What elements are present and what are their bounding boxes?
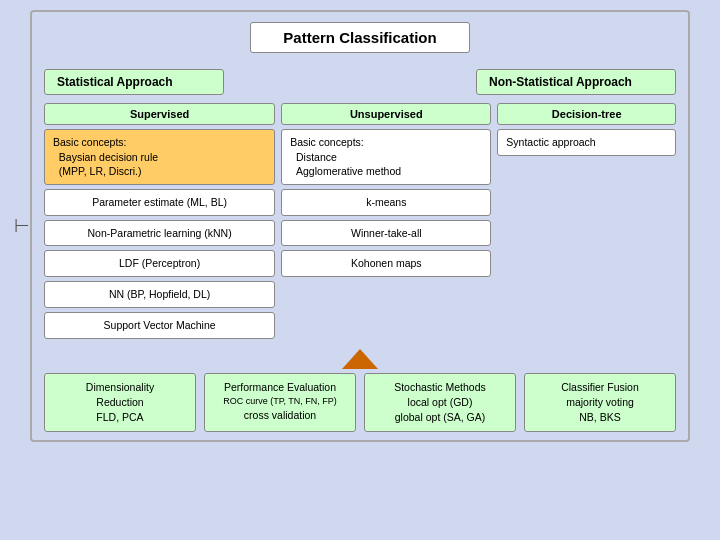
supervised-column: Supervised Basic concepts: Baysian decis… [44, 103, 275, 343]
decision-item-0: Syntactic approach [497, 129, 676, 156]
main-diagram: ⊢ Pattern Classification Statistical App… [30, 10, 690, 442]
up-arrow-container [44, 349, 676, 369]
supervised-item-4: NN (BP, Hopfield, DL) [44, 281, 275, 308]
bottom-box-3: Classifier Fusion majority voting NB, BK… [524, 373, 676, 433]
up-arrow-triangle [342, 349, 378, 369]
supervised-item-0: Basic concepts: Baysian decision rule (M… [44, 129, 275, 185]
bottom-box-2: Stochastic Methods local opt (GD) global… [364, 373, 516, 433]
unsupervised-column: Unsupervised Basic concepts: Distance Ag… [281, 103, 491, 343]
left-arrow-icon: ⊢ [14, 215, 30, 237]
bottom-box-0: Dimensionality Reduction FLD, PCA [44, 373, 196, 433]
statistical-approach-box: Statistical Approach [44, 69, 224, 95]
supervised-item-5: Support Vector Machine [44, 312, 275, 339]
unsupervised-item-1: k-means [281, 189, 491, 216]
supervised-item-3: LDF (Perceptron) [44, 250, 275, 277]
decision-tree-column: Decision-tree Syntactic approach [497, 103, 676, 343]
unsupervised-item-0: Basic concepts: Distance Agglomerative m… [281, 129, 491, 185]
bottom-boxes-row: Dimensionality Reduction FLD, PCA Perfor… [44, 373, 676, 433]
unsupervised-item-3: Kohonen maps [281, 250, 491, 277]
supervised-box: Supervised [44, 103, 275, 125]
supervised-item-2: Non-Parametric learning (kNN) [44, 220, 275, 247]
non-statistical-approach-box: Non-Statistical Approach [476, 69, 676, 95]
pattern-classification-title: Pattern Classification [250, 22, 470, 53]
bottom-box-1: Performance Evaluation ROC curve (TP, TN… [204, 373, 356, 433]
unsupervised-box: Unsupervised [281, 103, 491, 125]
decision-tree-box: Decision-tree [497, 103, 676, 125]
unsupervised-item-2: Winner-take-all [281, 220, 491, 247]
supervised-item-1: Parameter estimate (ML, BL) [44, 189, 275, 216]
